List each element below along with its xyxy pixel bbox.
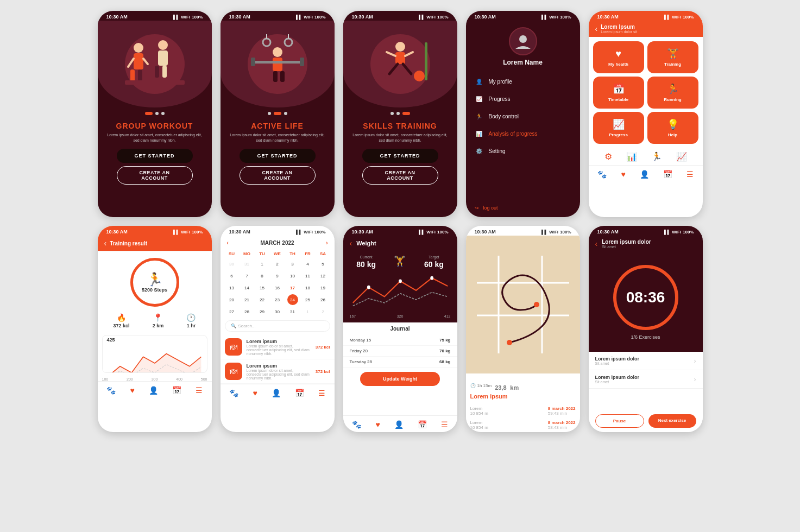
search-bar[interactable]: 🔍 Search... — [225, 320, 330, 332]
profile-icon: 👤 — [475, 77, 483, 86]
nav-menu-cal[interactable]: ☰ — [318, 389, 325, 397]
cal-day[interactable]: 12 — [318, 270, 329, 281]
nav-user-icon-2[interactable]: 👤 — [149, 386, 158, 395]
nav-menu-icon-2[interactable]: ☰ — [196, 386, 203, 395]
menu-my-profile[interactable]: 👤 My profile — [466, 73, 580, 90]
cal-day[interactable]: 31 — [242, 258, 253, 269]
nav-calendar-cal[interactable]: 📅 — [295, 389, 304, 397]
back-button-weight[interactable]: ‹ — [350, 239, 352, 248]
back-button-training[interactable]: ‹ — [104, 239, 107, 248]
create-account-button-3[interactable]: CREATE AN ACCOUNT — [362, 166, 438, 185]
nav-calendar-weight[interactable]: 📅 — [418, 420, 427, 429]
nav-calendar-icon[interactable]: 📅 — [663, 170, 672, 179]
nav-calendar-icon-2[interactable]: 📅 — [172, 386, 181, 395]
pause-button[interactable]: Pause — [595, 414, 644, 428]
chart-icon-2[interactable]: 📊 — [626, 151, 637, 162]
tile-running[interactable]: 🏃 Running — [647, 77, 698, 109]
cal-day[interactable]: 13 — [226, 282, 237, 293]
back-button-dashboard[interactable]: ‹ — [595, 24, 598, 33]
update-weight-button[interactable]: Update Weight — [360, 372, 440, 386]
menu-setting[interactable]: ⚙️ Setting — [466, 142, 580, 160]
tile-progress[interactable]: 📈 Progress — [593, 112, 644, 144]
nav-user-icon[interactable]: 👤 — [640, 170, 649, 179]
cal-day[interactable]: 11 — [303, 270, 313, 281]
cal-day[interactable]: 19 — [318, 282, 329, 293]
cal-day[interactable]: 4 — [303, 258, 313, 269]
cal-day[interactable]: 16 — [272, 282, 283, 293]
get-started-button-3[interactable]: GET STARTED — [362, 149, 438, 163]
page-dots-3 — [343, 112, 457, 115]
trend-icon-2[interactable]: 📈 — [676, 151, 687, 162]
status-bar-8: 10:30 AM ▌▌ WiFi 100% — [343, 226, 457, 236]
cal-day[interactable]: 31 — [287, 306, 298, 317]
cal-day[interactable]: 26 — [318, 294, 329, 305]
nav-heart-cal[interactable]: ♥ — [253, 389, 257, 397]
cal-day[interactable]: 3 — [287, 258, 298, 269]
nav-paw-icon-2[interactable]: 🐾 — [106, 386, 116, 395]
gear-icon-2[interactable]: ⚙ — [604, 151, 612, 162]
activity-kcal-2: 372 kcl — [316, 369, 330, 374]
cal-day[interactable]: 21 — [242, 294, 253, 305]
tile-label-training: Training — [664, 62, 681, 67]
cal-day[interactable]: 23 — [272, 294, 283, 305]
cal-day[interactable]: 6 — [226, 270, 237, 281]
cal-day[interactable]: 2 — [272, 258, 283, 269]
timer-circle: 08:36 — [613, 265, 678, 330]
logout-button[interactable]: ↪ log out — [466, 199, 580, 217]
cal-next-button[interactable]: › — [326, 240, 327, 246]
menu-analysis[interactable]: 📊 Analysis of progress — [466, 125, 580, 142]
cal-day[interactable]: 30 — [272, 306, 283, 317]
nav-heart-icon-2[interactable]: ♥ — [130, 386, 134, 395]
menu-progress[interactable]: 📈 Progress — [466, 90, 580, 107]
nav-paw-weight[interactable]: 🐾 — [352, 420, 361, 429]
map-stat-sub-2: 10 854 m — [470, 425, 488, 430]
nav-menu-icon[interactable]: ☰ — [686, 170, 694, 179]
cal-day[interactable]: 1 — [257, 258, 268, 269]
cal-day[interactable]: 8 — [257, 270, 268, 281]
tile-timetable[interactable]: 📅 Timetable — [593, 77, 644, 109]
cal-day[interactable]: 29 — [257, 306, 268, 317]
cal-day[interactable]: 28 — [242, 306, 253, 317]
onboarding-title-2: ACTIVE LIFE — [251, 122, 304, 130]
cal-day[interactable]: 30 — [226, 258, 237, 269]
map-stat-date-2: 8 march 2022 58:43 min — [548, 420, 576, 430]
back-button-timer[interactable]: ‹ — [595, 239, 598, 248]
map-stat-1: Lorem 10 854 m — [470, 406, 488, 416]
menu-body-control[interactable]: 🏃 Body control — [466, 107, 580, 125]
nav-paw-icon[interactable]: 🐾 — [597, 170, 607, 179]
cal-day[interactable]: 2 — [318, 306, 329, 317]
cal-day[interactable]: 20 — [226, 294, 237, 305]
cal-day-today[interactable]: 24 — [287, 294, 298, 305]
create-account-button-2[interactable]: CREATE AN ACCOUNT — [240, 166, 316, 185]
svg-line-25 — [405, 52, 413, 56]
cal-prev-button[interactable]: ‹ — [227, 240, 229, 246]
cal-day[interactable]: 1 — [303, 306, 313, 317]
nav-heart-weight[interactable]: ♥ — [375, 420, 380, 429]
nav-menu-weight[interactable]: ☰ — [441, 420, 448, 429]
cal-day[interactable]: 5 — [318, 258, 329, 269]
cal-day[interactable]: 27 — [226, 306, 237, 317]
nav-user-cal[interactable]: 👤 — [272, 389, 281, 397]
cal-day[interactable]: 17 — [287, 282, 298, 293]
cal-day[interactable]: 25 — [303, 294, 313, 305]
cal-day[interactable]: 10 — [287, 270, 298, 281]
nav-heart-icon[interactable]: ♥ — [621, 170, 625, 179]
create-account-button-1[interactable]: CREATE AN ACCOUNT — [117, 166, 193, 185]
tile-my-health[interactable]: ♥ My health — [593, 41, 644, 73]
svg-point-41 — [534, 302, 539, 307]
nav-user-weight[interactable]: 👤 — [394, 420, 404, 429]
cal-day[interactable]: 9 — [272, 270, 283, 281]
nav-paw-cal[interactable]: 🐾 — [229, 389, 238, 397]
tile-label-help: Help — [668, 132, 677, 137]
tile-training[interactable]: 🏋 Training — [647, 41, 698, 73]
get-started-button-2[interactable]: GET STARTED — [240, 149, 316, 163]
next-exercise-button[interactable]: Next exercise — [648, 414, 696, 428]
cal-day[interactable]: 14 — [242, 282, 253, 293]
run-icon-2[interactable]: 🏃 — [651, 151, 662, 162]
cal-day[interactable]: 22 — [257, 294, 268, 305]
cal-day[interactable]: 15 — [257, 282, 268, 293]
cal-day[interactable]: 18 — [303, 282, 313, 293]
tile-help[interactable]: 💡 Help — [647, 112, 698, 144]
cal-day[interactable]: 7 — [242, 270, 253, 281]
get-started-button-1[interactable]: GET STARTED — [117, 149, 193, 163]
